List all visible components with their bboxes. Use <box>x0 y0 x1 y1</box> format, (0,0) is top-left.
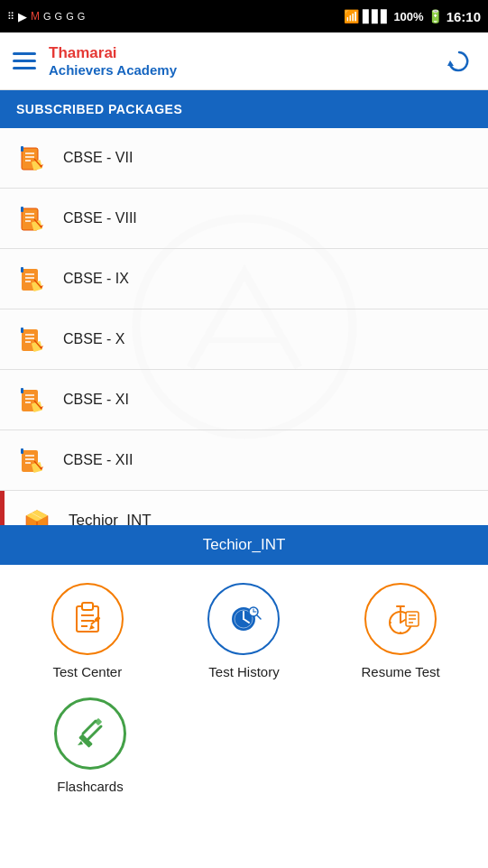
svg-rect-19 <box>21 207 23 212</box>
flashcards-label: Flashcards <box>57 779 123 794</box>
item-label-6: CBSE - XII <box>63 452 133 468</box>
list-item[interactable]: CBSE - XII <box>0 430 488 491</box>
flashcards-circle <box>54 697 126 770</box>
item-icon-6 <box>16 443 51 477</box>
item-icon-1 <box>16 141 51 175</box>
special-item-label: Techior_INT <box>63 512 152 525</box>
wifi-icon: 📶 <box>344 9 359 23</box>
banner-text: Techior_INT <box>203 536 286 554</box>
hamburger-menu[interactable] <box>13 52 36 69</box>
action-row-1: Test Center Test History <box>9 583 479 679</box>
item-icon-2 <box>16 201 51 235</box>
item-icon-3 <box>16 262 51 296</box>
app-title-bottom: Achievers Academy <box>49 62 177 78</box>
time-display: 16:10 <box>447 9 481 24</box>
battery-text: 100% <box>393 10 423 23</box>
app-icon-1: G <box>43 11 51 22</box>
svg-marker-0 <box>447 60 454 66</box>
list-item[interactable]: CBSE - IX <box>0 249 488 309</box>
left-accent <box>0 491 5 525</box>
test-center-label: Test Center <box>52 664 122 679</box>
test-history-label: Test History <box>208 664 279 679</box>
resume-test-label: Resume Test <box>362 664 440 679</box>
test-history-circle <box>207 583 280 655</box>
action-grid: Test Center Test History <box>0 565 488 821</box>
svg-marker-71 <box>89 624 95 630</box>
app-icon-3: G <box>66 11 74 22</box>
status-indicators: 📶 ▋▋▋ 100% 🔋 16:10 <box>344 9 481 24</box>
notification-icon: ⠿ <box>7 11 14 23</box>
status-bar: ⠿ ▶ M G G G G 📶 ▋▋▋ 100% 🔋 16:10 <box>0 0 488 32</box>
svg-line-96 <box>83 721 96 734</box>
special-item-icon <box>16 503 51 525</box>
item-icon-4 <box>16 322 51 356</box>
svg-rect-66 <box>82 603 93 610</box>
svg-rect-35 <box>21 328 23 333</box>
section-header-label: SUBSCRIBED PACKAGES <box>16 102 182 116</box>
item-label-4: CBSE - X <box>63 331 124 347</box>
section-header: SUBSCRIBED PACKAGES <box>0 90 488 128</box>
item-label-1: CBSE - VII <box>63 150 133 166</box>
gmail-icon: M <box>31 10 40 23</box>
resume-test-action[interactable]: Resume Test <box>346 583 455 679</box>
item-label-2: CBSE - VIII <box>63 210 137 226</box>
app-bar-left: Thamarai Achievers Academy <box>13 44 177 78</box>
list-item[interactable]: CBSE - X <box>0 309 488 370</box>
list-item[interactable]: CBSE - VIII <box>0 189 488 249</box>
action-row-2: Flashcards <box>9 697 479 794</box>
app-bar: Thamarai Achievers Academy <box>0 32 488 90</box>
refresh-button[interactable] <box>443 45 475 78</box>
signal-icon: ▋▋▋ <box>363 10 390 23</box>
list-area: CBSE - VII CBSE - VIII <box>0 128 488 525</box>
youtube-icon: ▶ <box>18 10 27 23</box>
svg-rect-10 <box>21 146 23 152</box>
app-icon-4: G <box>78 11 86 22</box>
svg-line-78 <box>257 615 261 619</box>
app-icon-2: G <box>55 11 63 22</box>
flashcards-action[interactable]: Flashcards <box>36 697 144 794</box>
special-list-item[interactable]: Techior_INT <box>0 491 488 525</box>
status-icons: ⠿ ▶ M G G G G <box>7 10 85 23</box>
blue-banner: Techior_INT <box>0 525 488 565</box>
item-icon-5 <box>16 383 51 417</box>
svg-rect-51 <box>21 448 23 454</box>
battery-icon: 🔋 <box>428 9 443 23</box>
resume-test-circle <box>364 583 437 655</box>
test-center-action[interactable]: Test Center <box>33 583 142 679</box>
list-item[interactable]: CBSE - XI <box>0 370 488 430</box>
test-history-action[interactable]: Test History <box>189 583 298 679</box>
svg-rect-27 <box>21 267 23 272</box>
app-title: Thamarai Achievers Academy <box>49 44 177 78</box>
svg-line-97 <box>88 726 101 739</box>
app-title-top: Thamarai <box>49 44 177 62</box>
test-center-circle <box>51 583 124 655</box>
item-label-3: CBSE - IX <box>63 271 129 287</box>
list-item[interactable]: CBSE - VII <box>0 128 488 189</box>
svg-marker-94 <box>78 741 83 745</box>
item-label-5: CBSE - XI <box>63 392 129 408</box>
svg-rect-43 <box>21 388 23 393</box>
